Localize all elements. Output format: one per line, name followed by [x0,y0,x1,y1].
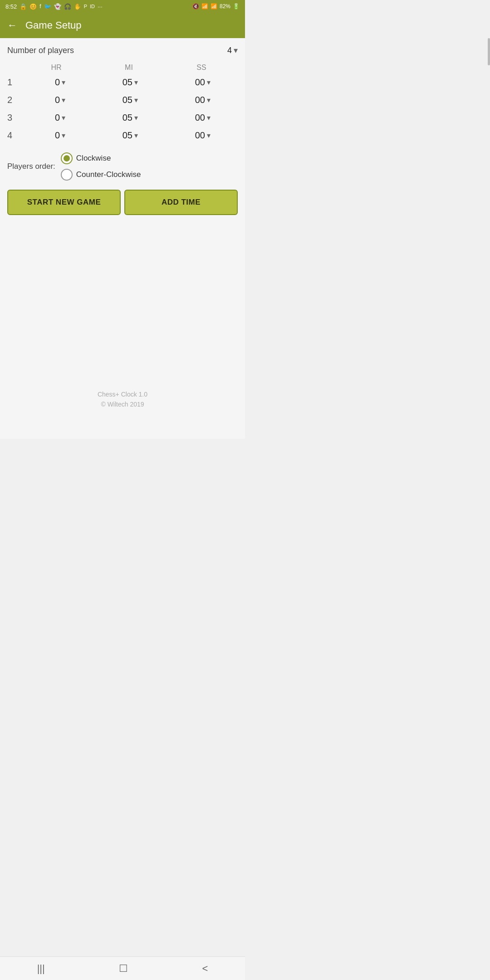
wifi-icon: 📶 [201,3,208,10]
signal-icon: 📶 [211,3,217,10]
status-left: 8:52 🔒 😊 f 🐦 👻 🎧 ✋ P ID ··· [5,3,103,10]
row-index-4: 4 [7,127,20,144]
row-1-mi[interactable]: 05▾ [93,74,165,91]
order-section: Players order: Clockwise Counter-Clockwi… [7,152,238,181]
row-3-hr[interactable]: 0▾ [20,109,93,127]
players-dropdown-icon[interactable]: ▾ [234,45,238,55]
table-row: 10▾05▾00▾ [7,74,238,91]
table-row: 40▾05▾00▾ [7,127,238,144]
players-row: Number of players 4 ▾ [7,45,238,55]
mute-icon: 🔇 [192,3,199,10]
radio-clockwise[interactable]: Clockwise [61,152,141,164]
bird-icon: 🐦 [44,3,51,10]
ellipsis-icon: ··· [98,3,103,10]
table-row: 30▾05▾00▾ [7,109,238,127]
headset-icon: 🎧 [64,3,71,10]
paypal-icon: P [84,4,87,9]
row-index-1: 1 [7,74,20,91]
radio-counter-clockwise-label: Counter-Clockwise [76,170,141,179]
buttons-row: START NEW GAME ADD TIME [7,190,238,215]
footer: Chess+ Clock 1.0 © Wiltech 2019 [7,381,238,415]
ghost-icon: 👻 [54,3,61,10]
row-2-ss[interactable]: 00▾ [165,91,238,109]
row-index-3: 3 [7,109,20,127]
status-right: 🔇 📶 📶 82% 🔋 [192,3,240,10]
row-2-hr[interactable]: 0▾ [20,91,93,109]
footer-line1: Chess+ Clock 1.0 [7,389,238,399]
status-time: 8:52 [5,3,17,10]
hr-header: HR [20,62,93,74]
radio-clockwise-label: Clockwise [76,154,111,163]
start-new-game-button[interactable]: START NEW GAME [7,190,121,215]
row-3-mi[interactable]: 05▾ [93,109,165,127]
radio-counter-clockwise-outer[interactable] [61,169,73,181]
battery-percent: 82% [220,3,230,10]
row-3-ss[interactable]: 00▾ [165,109,238,127]
row-4-mi[interactable]: 05▾ [93,127,165,144]
order-label: Players order: [7,162,55,171]
hand-icon: ✋ [74,3,81,10]
battery-icon: 🔋 [233,3,240,10]
facebook-icon: f [39,3,41,10]
row-1-hr[interactable]: 0▾ [20,74,93,91]
row-4-hr[interactable]: 0▾ [20,127,93,144]
back-button[interactable]: ← [7,20,17,31]
header: ← Game Setup [0,13,245,38]
content-spacer [7,222,238,381]
radio-counter-clockwise[interactable]: Counter-Clockwise [61,169,141,181]
time-table: HR MI SS 10▾05▾00▾20▾05▾00▾30▾05▾00▾40▾0… [7,62,238,144]
main-content: Number of players 4 ▾ HR MI SS 10▾05▾00▾… [0,38,245,439]
players-value: 4 [227,46,232,55]
ss-header: SS [165,62,238,74]
table-row: 20▾05▾00▾ [7,91,238,109]
order-row: Players order: Clockwise Counter-Clockwi… [7,152,238,181]
row-4-ss[interactable]: 00▾ [165,127,238,144]
row-1-ss[interactable]: 00▾ [165,74,238,91]
time-table-header: HR MI SS [7,62,238,74]
radio-options: Clockwise Counter-Clockwise [61,152,141,181]
id-icon: ID [90,4,95,9]
footer-line2: © Wiltech 2019 [7,399,238,409]
page-title: Game Setup [25,20,82,31]
face-icon: 😊 [29,3,37,10]
radio-clockwise-inner [64,155,70,162]
lock-icon: 🔒 [20,3,27,10]
row-index-2: 2 [7,91,20,109]
players-label: Number of players [7,46,227,55]
players-select[interactable]: 4 ▾ [227,45,238,55]
mi-header: MI [93,62,165,74]
row-number-header [7,62,20,74]
add-time-button[interactable]: ADD TIME [124,190,238,215]
status-bar: 8:52 🔒 😊 f 🐦 👻 🎧 ✋ P ID ··· 🔇 📶 📶 82% 🔋 [0,0,245,13]
row-2-mi[interactable]: 05▾ [93,91,165,109]
radio-clockwise-outer[interactable] [61,152,73,164]
